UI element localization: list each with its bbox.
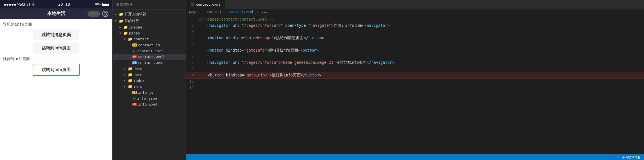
footer-bar: C 春哥技术博客	[186, 154, 644, 160]
tree-item-info[interactable]: ▼📁 info	[113, 84, 186, 89]
line-content-6: <button bindtap="gotoInfo">跳转到info页面</bu…	[198, 47, 644, 53]
folder-icon-info: 📁	[128, 84, 132, 89]
line-number-12: 12	[186, 85, 198, 91]
folder-icon-demo: 📁	[128, 67, 132, 71]
tree-arrow-gedeshidai: ▼	[115, 19, 119, 23]
file-tree-panel: 资源管理器 ··· ▶📁 打开的编辑器▼📁 哥的时代▶📁 images▼📁 pa…	[113, 0, 186, 160]
tree-item-images[interactable]: ▶📁 images	[113, 24, 186, 30]
tree-label-contact-wxml: contact.wxml	[138, 55, 164, 59]
code-line-1: 1<!--pages/contact/contact.wxml-->	[186, 16, 644, 22]
file-tree-menu-button[interactable]: ···	[174, 3, 182, 7]
line-number-7: 7	[186, 53, 198, 59]
tree-item-info-json[interactable]: {} info.json	[113, 95, 186, 101]
code-line-5: 5	[186, 41, 644, 47]
code-line-8: 8 <navigator url="/pages/info/info?name=…	[186, 59, 644, 65]
tree-arrow-index: ▶	[124, 79, 128, 82]
bc-part-pages: pages	[189, 10, 199, 14]
file-tree-header: 资源管理器 ···	[113, 0, 186, 10]
tree-label-info-wxml: info.wxml	[138, 102, 158, 106]
code-editor: 1<!--pages/contact/contact.wxml-->2 <nav…	[186, 15, 644, 154]
code-line-12: 12	[186, 85, 644, 91]
code-editor-panel: ⬛ contact.wxml pages › contact › contact…	[186, 0, 644, 160]
tree-item-info-js[interactable]: JS info.js	[113, 89, 186, 95]
wxml-tab-icon: ⬛	[190, 3, 194, 6]
line-content-10: <button bindtap="gotoInfo2">跳转到info页面</b…	[199, 72, 644, 78]
tree-label-pages: pages	[129, 31, 140, 35]
bc-sep2: ›	[224, 10, 226, 14]
bc-part-dots: ...	[262, 10, 268, 14]
folder-icon-pages: 📁	[123, 31, 128, 35]
tree-item-contact-wxml[interactable]: WX contact.wxml	[113, 54, 186, 60]
tree-arrow-pages: ▼	[119, 32, 123, 35]
folder-icon-open-editors: 📁	[119, 12, 123, 16]
tree-label-index: index	[133, 78, 144, 83]
tree-label-info: info	[133, 84, 142, 89]
phone-menu-button[interactable]: ···	[88, 11, 100, 17]
line-number-6: 6	[186, 47, 198, 53]
carrier-label: WeChat	[17, 2, 31, 6]
phone-title-bar: 本地生活 ···	[0, 8, 112, 19]
folder-icon-home: 📁	[128, 73, 132, 77]
tab-contact-wxml[interactable]: ⬛ contact.wxml	[186, 0, 225, 9]
tree-arrow-images: ▶	[119, 26, 123, 29]
tree-item-open-editors[interactable]: ▶📁 打开的编辑器	[113, 11, 186, 17]
bc-part-contact: contact	[207, 10, 222, 14]
code-line-7: 7	[186, 53, 644, 59]
code-line-4: 4 <button bindtap="gotoMessage">跳转到消息页面<…	[186, 35, 644, 41]
wxml-icon-info-wxml: WX	[132, 103, 137, 106]
line-number-2: 2	[186, 22, 198, 28]
tree-label-info-json: info.json	[137, 96, 157, 100]
time-display: 20:18	[58, 2, 70, 6]
phone-target-button[interactable]	[102, 11, 108, 17]
phone-btn-message-wrap: 跳转到消息页面	[3, 29, 110, 40]
wifi-icon: 令	[32, 2, 35, 7]
line-content-8: <navigator url="/pages/info/info?name=ge…	[198, 59, 644, 65]
js-icon-info-js: JS	[132, 91, 137, 94]
phone-btn-info2-wrap: 跳转到info页面	[3, 64, 110, 76]
bc-sep3: ›	[257, 10, 259, 14]
tree-label-open-editors: 打开的编辑器	[124, 12, 146, 17]
tree-label-gedeshidai: 哥的时代	[124, 18, 139, 23]
code-line-3: 3	[186, 29, 644, 35]
folder-icon-gedeshidai: 📁	[119, 19, 123, 23]
line-content-1: <!--pages/contact/contact.wxml-->	[198, 16, 644, 22]
phone-simulator: WeChat 令 20:18 100% 本地生活 ··· 导航到info页面 跳…	[0, 0, 113, 160]
line-number-4: 4	[186, 35, 198, 41]
tree-item-contact-wxss[interactable]: CS contact.wxss	[113, 60, 186, 66]
tab-label: contact.wxml	[196, 3, 220, 6]
tree-label-contact-wxss: contact.wxss	[138, 61, 164, 65]
folder-icon-images: 📁	[123, 25, 128, 29]
status-left: WeChat 令	[4, 2, 35, 7]
signal-dots	[4, 2, 17, 6]
tree-item-info-wxml[interactable]: WX info.wxml	[113, 101, 186, 107]
tree-item-index[interactable]: ▶📁 index	[113, 78, 186, 84]
line-number-8: 8	[186, 59, 198, 65]
tree-arrow-contact: ▼	[124, 38, 128, 41]
tree-label-contact-js: contact.js	[138, 43, 160, 47]
tree-item-contact-json[interactable]: {} contact.json	[113, 48, 186, 54]
status-right: 100%	[93, 2, 108, 6]
tree-label-images: images	[129, 25, 142, 29]
line-number-9: 9	[186, 66, 198, 72]
phone-btn-info2[interactable]: 跳转到info页面	[33, 64, 80, 76]
line-number-11: 11	[186, 78, 198, 84]
tree-item-contact[interactable]: ▼📁 contact	[113, 36, 186, 42]
tree-item-demo[interactable]: ▶📁 demo	[113, 66, 186, 72]
code-line-6: 6 <button bindtap="gotoInfo">跳转到info页面</…	[186, 47, 644, 53]
phone-content: 导航到info页面 跳转到消息页面 跳转到info页面 跳转到info页面 跳转…	[0, 19, 112, 160]
tree-item-contact-js[interactable]: JS contact.js	[113, 42, 186, 48]
json-icon-info-json: {}	[132, 97, 136, 100]
tree-arrow-demo: ▶	[124, 67, 128, 70]
tree-item-pages[interactable]: ▼📁 pages	[113, 30, 186, 36]
phone-actions[interactable]: ···	[88, 11, 108, 17]
phone-nav-link1: 导航到info页面	[3, 22, 110, 27]
phone-btn-message[interactable]: 跳转到消息页面	[33, 29, 79, 40]
code-line-9: 9	[186, 66, 644, 72]
wxss-icon-contact-wxss: CS	[132, 61, 137, 64]
tree-item-gedeshidai[interactable]: ▼📁 哥的时代	[113, 17, 186, 24]
tree-label-contact-json: contact.json	[137, 49, 164, 53]
tree-arrow-open-editors: ▶	[115, 13, 119, 16]
tree-item-home[interactable]: ▶📁 home	[113, 72, 186, 78]
phone-btn-info1[interactable]: 跳转到info页面	[33, 43, 79, 54]
breadcrumb: pages › contact › contact.wxml › ...	[186, 9, 644, 15]
